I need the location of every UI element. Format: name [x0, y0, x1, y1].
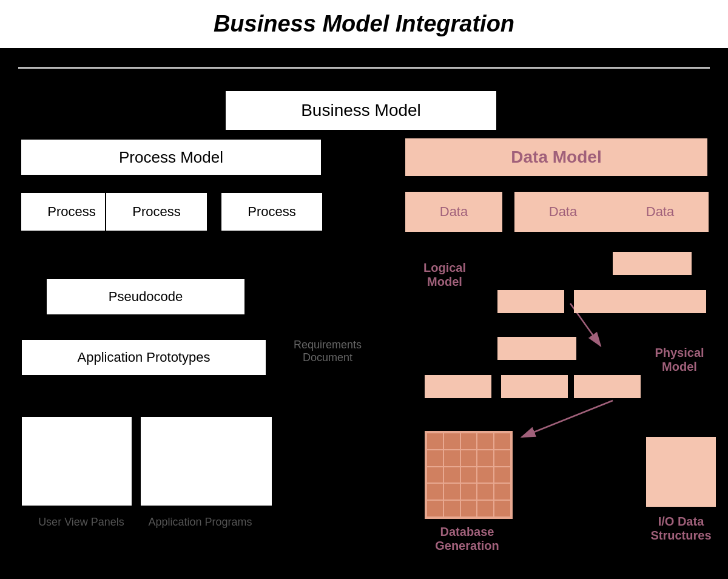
grid-cell [427, 501, 443, 516]
diagram-container: Business Model Integration [0, 0, 728, 579]
app-prototypes-box: Application Prototypes [21, 339, 267, 376]
grid-cell [444, 450, 460, 466]
grid-cell [494, 501, 510, 516]
pseudocode-box: Pseudocode [46, 278, 246, 316]
grid-cell [461, 484, 477, 499]
grid-cell [461, 450, 477, 466]
grid-cell [461, 467, 477, 483]
database-generation-label: Database Generation [413, 525, 522, 553]
svg-line-19 [522, 401, 613, 437]
logical-model-label: Logical Model [405, 261, 484, 289]
logical-data-mid3 [639, 290, 706, 313]
database-generation-grid [425, 431, 513, 519]
grid-cell [427, 450, 443, 466]
process-3-box: Process [220, 192, 323, 232]
user-view-panels-label: User View Panels [21, 516, 142, 529]
grid-cell [461, 501, 477, 516]
physical-data-bot3 [574, 375, 641, 398]
grid-cell [427, 433, 443, 449]
grid-cell [427, 467, 443, 483]
application-programs-label: Application Programs [133, 516, 267, 529]
logical-data-mid1 [497, 290, 564, 313]
data-1-box: Data [405, 192, 502, 232]
process-model-box: Process Model [20, 138, 322, 176]
grid-cell [477, 484, 493, 499]
grid-cell [444, 467, 460, 483]
grid-cell [444, 501, 460, 516]
grid-cell [477, 433, 493, 449]
logical-data-mid2 [574, 290, 641, 313]
physical-data-bot2 [501, 375, 568, 398]
physical-data-bot1 [425, 375, 491, 398]
io-data-structures-box [646, 437, 716, 507]
main-title: Business Model Integration [214, 11, 514, 36]
data-3-box: Data [612, 192, 709, 232]
physical-model-label: Physical Model [643, 346, 716, 374]
business-model-box: Business Model [224, 90, 497, 131]
grid-cell [494, 450, 510, 466]
grid-cell [477, 501, 493, 516]
application-programs-box [140, 416, 273, 507]
title-bar: Business Model Integration [0, 0, 728, 48]
grid-cell [494, 433, 510, 449]
grid-cell [461, 433, 477, 449]
grid-cell [427, 484, 443, 499]
grid-cell [494, 467, 510, 483]
svg-marker-16 [130, 401, 136, 407]
grid-cell [477, 467, 493, 483]
data-model-box: Data Model [405, 138, 707, 176]
user-view-panels-box [21, 416, 133, 507]
grid-cell [477, 450, 493, 466]
grid-cell [444, 484, 460, 499]
io-data-structures-label: I/O Data Structures [637, 515, 725, 543]
grid-cell [444, 433, 460, 449]
logical-data-top [613, 252, 692, 275]
grid-cell [494, 484, 510, 499]
data-2-box: Data [514, 192, 612, 232]
physical-data-top [497, 337, 576, 360]
requirements-document-label: Requirements Document [285, 339, 370, 364]
svg-marker-12 [152, 272, 158, 278]
process-2-box: Process [105, 192, 208, 232]
